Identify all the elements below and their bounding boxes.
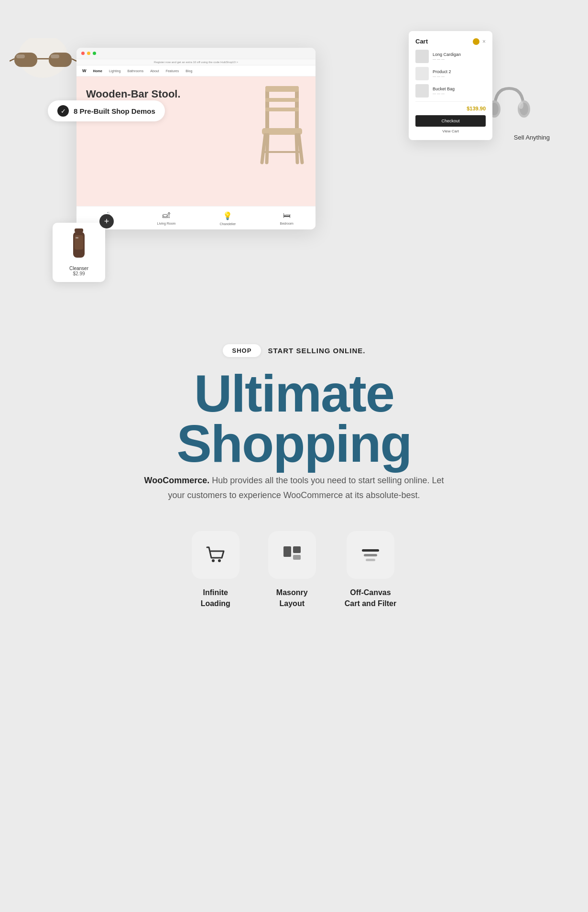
filter-icon <box>359 543 382 566</box>
headline-line1: Ultimate <box>57 369 531 419</box>
cat-livingroom: 🛋 Living Room <box>157 211 176 226</box>
features-row: InfiniteLoading MasonryLayout <box>57 531 531 609</box>
svg-line-7 <box>72 59 76 61</box>
feature-infinite-loading: InfiniteLoading <box>192 531 240 609</box>
cart-item-sub-1: — — — <box>433 57 461 61</box>
shop-badge-row: SHOP START SELLING ONLINE. <box>223 344 366 357</box>
svg-rect-32 <box>293 555 301 560</box>
svg-point-28 <box>212 559 215 562</box>
cart-item-sub-3: — — — <box>433 92 455 95</box>
svg-rect-31 <box>293 546 301 553</box>
browser-mockup: Register now and get an extra 10 off usi… <box>76 48 316 229</box>
cart-status-dot <box>473 38 479 45</box>
nav-blog: Blog <box>185 69 192 73</box>
svg-line-16 <box>267 135 268 163</box>
cart-icon <box>204 543 227 566</box>
svg-point-27 <box>519 101 523 109</box>
nav-bathrooms: Bathrooms <box>127 69 143 73</box>
sunglasses-image <box>10 38 76 86</box>
cat-chandelier: 💡 Chandelier <box>220 211 236 226</box>
masonry-icon <box>281 543 304 566</box>
cart-divider <box>415 101 486 102</box>
description-text: WooCommerce. Hub provides all the tools … <box>136 473 452 502</box>
feature-masonry-layout: MasonryLayout <box>268 531 316 609</box>
content-section: SHOP START SELLING ONLINE. Ultimate Shop… <box>0 306 588 638</box>
off-canvas-icon-bg <box>347 531 394 579</box>
browser-dot-green <box>93 52 96 55</box>
svg-rect-35 <box>366 559 375 561</box>
cart-item-name-3: Bucket Bag <box>433 87 455 91</box>
cart-item-3: Bucket Bag — — — <box>415 84 486 98</box>
cart-close-button[interactable]: × <box>482 38 486 45</box>
headline-line2: Shopping <box>57 419 531 469</box>
cart-viewcart-link[interactable]: View Cart <box>415 129 486 133</box>
infinite-loading-icon-bg <box>192 531 240 579</box>
cart-panel: Cart × Long Cardigan — — — Product 2 — —… <box>409 31 492 140</box>
svg-rect-12 <box>265 108 299 111</box>
svg-rect-22 <box>76 237 78 239</box>
cleanser-product-name: Cleanser <box>58 266 99 271</box>
cleanser-product-price: $2.99 <box>58 271 99 276</box>
cart-item-thumb-1 <box>415 50 429 63</box>
cart-item-name-1: Long Cardigan <box>433 52 461 57</box>
infinite-loading-label: InfiniteLoading <box>201 587 230 609</box>
cleanser-add-button[interactable]: + <box>99 214 114 228</box>
svg-line-6 <box>10 59 14 61</box>
cart-title: Cart <box>415 38 428 45</box>
svg-line-14 <box>262 135 265 163</box>
cleanser-bottle-image <box>67 228 91 262</box>
svg-line-17 <box>296 135 297 163</box>
cart-item-thumb-2 <box>415 67 429 80</box>
headline: Ultimate Shopping <box>57 369 531 468</box>
svg-rect-30 <box>283 546 291 557</box>
nav-features: Features <box>166 69 179 73</box>
svg-rect-10 <box>265 86 299 92</box>
svg-rect-11 <box>265 98 299 102</box>
off-canvas-label: Off-CanvasCart and Filter <box>345 587 396 609</box>
svg-line-15 <box>299 135 302 163</box>
svg-rect-34 <box>364 554 377 556</box>
browser-dot-red <box>81 52 85 55</box>
browser-hero-text: Wooden-Bar Stool. <box>86 88 182 100</box>
prebuilt-badge: ✓ 8 Pre-Built Shop Demos <box>48 100 165 121</box>
cart-item-name-2: Product 2 <box>433 69 451 74</box>
nav-lighting: Lighting <box>109 69 121 73</box>
cart-header: Cart × <box>415 38 486 45</box>
svg-rect-5 <box>51 54 59 58</box>
description-rest: Hub provides all the tools you need to s… <box>168 476 444 500</box>
cart-total: $139.90 <box>415 106 486 111</box>
cart-item-1: Long Cardigan — — — <box>415 50 486 63</box>
masonry-layout-label: MasonryLayout <box>276 587 308 609</box>
description-bold: WooCommerce. <box>144 476 209 485</box>
browser-body: Register now and get an extra 10 off usi… <box>76 59 316 229</box>
browser-logo: W <box>82 68 87 73</box>
browser-toolbar <box>76 48 316 59</box>
svg-rect-4 <box>16 54 25 58</box>
svg-rect-33 <box>362 549 379 552</box>
nav-about: About <box>150 69 159 73</box>
browser-promo: Register now and get an extra 10 off usi… <box>76 59 316 65</box>
shop-tagline: START SELLING ONLINE. <box>268 347 365 355</box>
chair-image <box>253 81 311 167</box>
masonry-layout-icon-bg <box>268 531 316 579</box>
cleanser-card: + Cleanser $2.99 <box>53 223 105 282</box>
feature-off-canvas: Off-CanvasCart and Filter <box>345 531 396 609</box>
nav-home: Home <box>93 69 102 73</box>
headphones-image <box>488 81 531 124</box>
browser-dot-yellow <box>87 52 90 55</box>
cart-checkout-button[interactable]: Checkout <box>415 115 486 127</box>
cat-bedroom: 🛏 Bedroom <box>280 211 294 226</box>
sell-anything-label: Sell Anything <box>514 134 550 141</box>
svg-rect-19 <box>75 228 83 232</box>
svg-point-29 <box>218 559 221 562</box>
hero-section: ✓ 8 Pre-Built Shop Demos Register now an… <box>0 0 588 306</box>
cart-item-sub-2: — — — <box>433 75 451 78</box>
badge-label: 8 Pre-Built Shop Demos <box>74 107 155 115</box>
shop-pill: SHOP <box>223 344 261 357</box>
cart-item-thumb-3 <box>415 84 429 98</box>
cart-item-2: Product 2 — — — <box>415 67 486 80</box>
check-icon: ✓ <box>57 105 69 117</box>
browser-nav: W Home Lighting Bathrooms About Features… <box>76 65 316 76</box>
